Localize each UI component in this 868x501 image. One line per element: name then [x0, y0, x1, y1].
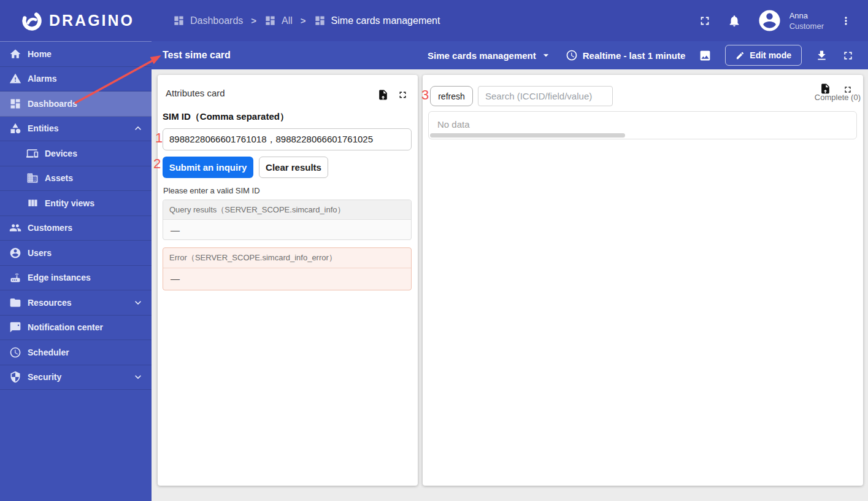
users-icon: [9, 247, 21, 259]
breadcrumb-label: Sime cards management: [331, 15, 440, 26]
export-widget-data-button[interactable]: [820, 83, 831, 96]
widget-title: Attributes card: [166, 88, 225, 98]
breadcrumb-separator: >: [301, 15, 306, 26]
search-input[interactable]: [478, 86, 613, 106]
header-actions: Anna Customer: [698, 8, 868, 33]
notification-center-icon: [9, 321, 21, 333]
toolbar-actions: Sime cards management Realtime - last 1 …: [428, 45, 868, 66]
more-menu-button[interactable]: [840, 15, 852, 27]
error-value: —: [163, 268, 411, 289]
screenshot-icon: [699, 49, 712, 62]
sidebar-item-label: Devices: [42, 149, 77, 158]
edit-mode-button[interactable]: Edit mode: [725, 45, 802, 66]
sidebar-item-label: Scheduler: [25, 348, 69, 357]
resources-icon: [9, 297, 21, 309]
fullscreen-icon: [698, 14, 712, 28]
dashboard-icon: [314, 15, 326, 26]
fullscreen-button[interactable]: [698, 14, 712, 28]
top-header: DRAGINO Dashboards > All > Sime cards ma…: [0, 0, 868, 41]
sim-id-input[interactable]: [163, 128, 412, 150]
entities-icon: [9, 122, 21, 134]
breadcrumb-all[interactable]: All: [264, 15, 293, 26]
home-icon: [9, 48, 21, 60]
dashboard-fullscreen-button[interactable]: [842, 49, 855, 62]
sidebar-item-entity-views[interactable]: Entity views: [0, 191, 152, 216]
export-file-icon: [820, 83, 831, 95]
query-results-panel: Query results（SERVER_SCOPE.simcard_info）…: [163, 200, 412, 240]
timewindow-button[interactable]: Realtime - last 1 minute: [566, 49, 686, 61]
dashboard-toolbar: Test sime card Sime cards management Rea…: [152, 41, 868, 69]
sidebar-item-label: Entity views: [42, 198, 94, 208]
table-empty-state: No data: [428, 111, 857, 139]
sim-id-label: SIM ID（Comma separated）: [163, 111, 289, 123]
sidebar-item-home[interactable]: Home: [0, 42, 152, 67]
results-table-card: refresh Complete (0) No data: [423, 75, 863, 486]
chevron-up-icon: [132, 122, 144, 134]
sidebar-item-security[interactable]: Security: [0, 365, 152, 390]
customers-icon: [9, 222, 21, 234]
user-name-block: Anna Customer: [789, 10, 824, 31]
sim-id-hint: Please enter a valid SIM ID: [163, 186, 260, 195]
fullscreen-icon: [398, 90, 408, 100]
timewindow-label: Realtime - last 1 minute: [583, 50, 686, 61]
horizontal-scrollbar[interactable]: [430, 133, 625, 138]
app-window: DRAGINO Dashboards > All > Sime cards ma…: [0, 0, 868, 501]
sidebar-item-users[interactable]: Users: [0, 241, 152, 266]
error-panel: Error（SERVER_SCOPE.simcard_info_error） —: [163, 247, 412, 290]
dragino-swirl-icon: [21, 10, 43, 32]
sidebar-item-devices[interactable]: Devices: [0, 141, 152, 166]
brand-name: DRAGINO: [49, 12, 134, 29]
sidebar-item-label: Alarms: [25, 74, 56, 84]
sidebar-item-label: Home: [25, 49, 52, 59]
breadcrumb: Dashboards > All > Sime cards management: [173, 15, 440, 26]
annotation-step-2: 2: [153, 157, 161, 171]
clear-results-button[interactable]: Clear results: [259, 157, 328, 178]
submit-inquiry-button[interactable]: Submit an inquiry: [163, 157, 253, 178]
entity-views-icon: [26, 197, 39, 209]
user-menu[interactable]: Anna Customer: [757, 8, 824, 33]
breadcrumb-dashboards[interactable]: Dashboards: [173, 15, 243, 26]
sidebar-item-label: Security: [25, 372, 61, 382]
notifications-bell-button[interactable]: [728, 14, 741, 28]
query-results-value: —: [163, 220, 411, 240]
sidebar-item-dashboards[interactable]: Dashboards: [0, 91, 152, 117]
breadcrumb-separator: >: [251, 15, 256, 26]
sidebar-item-alarms[interactable]: Alarms: [0, 67, 152, 92]
attributes-card: Attributes card SIM ID（Comma separated） …: [158, 75, 418, 486]
sidebar-item-label: Resources: [25, 298, 72, 308]
widget-fullscreen-button[interactable]: [398, 90, 408, 102]
sidebar-item-label: Entities: [25, 123, 59, 133]
sidebar-item-edge-instances[interactable]: Edge instances: [0, 266, 152, 291]
dashboard-state-select[interactable]: Sime cards management: [428, 49, 552, 61]
user-role: Customer: [789, 21, 824, 31]
screenshot-button[interactable]: [699, 49, 712, 62]
sidebar-item-resources[interactable]: Resources: [0, 290, 152, 316]
widget-fullscreen-button[interactable]: [843, 85, 853, 96]
sidebar-item-notification-center[interactable]: Notification center: [0, 316, 152, 341]
export-widget-data-button[interactable]: [377, 89, 389, 103]
brand-logo[interactable]: DRAGINO: [0, 10, 152, 32]
dashboard-content: Attributes card SIM ID（Comma separated） …: [152, 69, 868, 501]
devices-icon: [26, 147, 39, 160]
chevron-down-icon: [132, 371, 144, 383]
export-file-icon: [377, 89, 389, 101]
sidebar-item-entities[interactable]: Entities: [0, 117, 152, 142]
dashboard-icon: [173, 15, 185, 26]
error-header: Error（SERVER_SCOPE.simcard_info_error）: [163, 248, 411, 268]
sidebar-item-label: Customers: [25, 223, 72, 233]
security-icon: [9, 371, 21, 383]
download-dashboard-button[interactable]: [815, 49, 828, 62]
no-data-label: No data: [437, 119, 470, 130]
annotation-step-3: 3: [421, 88, 429, 102]
sidebar-item-label: Notification center: [25, 322, 103, 332]
sidebar-item-customers[interactable]: Customers: [0, 216, 152, 241]
refresh-button[interactable]: refresh: [430, 86, 473, 106]
sidebar-item-scheduler[interactable]: Scheduler: [0, 340, 152, 365]
sidebar-item-assets[interactable]: Assets: [0, 166, 152, 192]
breadcrumb-sime-cards-management[interactable]: Sime cards management: [314, 15, 440, 26]
caret-down-icon: [540, 49, 552, 61]
page-title: Test sime card: [163, 50, 231, 61]
alarms-icon: [9, 72, 21, 85]
edge-instances-icon: [9, 271, 21, 284]
kebab-icon: [840, 15, 852, 27]
